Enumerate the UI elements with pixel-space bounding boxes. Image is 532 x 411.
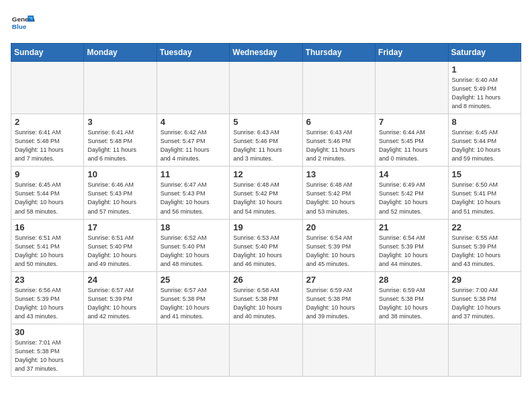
calendar-day-cell: 22Sunrise: 6:55 AMSunset: 5:39 PMDayligh… (448, 219, 521, 271)
day-number: 19 (233, 222, 298, 232)
day-info: Sunrise: 6:50 AMSunset: 5:41 PMDaylight:… (452, 181, 517, 216)
calendar-day-cell (375, 62, 448, 114)
calendar-day-cell: 9Sunrise: 6:45 AMSunset: 5:44 PMDaylight… (11, 167, 84, 219)
day-number: 26 (233, 275, 298, 285)
calendar-day-cell: 4Sunrise: 6:42 AMSunset: 5:47 PMDaylight… (157, 114, 229, 167)
calendar-day-cell: 12Sunrise: 6:48 AMSunset: 5:42 PMDayligh… (230, 167, 302, 219)
day-info: Sunrise: 7:01 AMSunset: 5:38 PMDaylight:… (15, 338, 80, 373)
weekday-header: Friday (375, 44, 448, 62)
logo-icon: General Blue (11, 11, 35, 35)
calendar-day-cell: 13Sunrise: 6:48 AMSunset: 5:42 PMDayligh… (302, 167, 375, 219)
weekday-header-row: SundayMondayTuesdayWednesdayThursdayFrid… (11, 44, 521, 62)
calendar-day-cell (84, 324, 157, 376)
day-info: Sunrise: 6:42 AMSunset: 5:47 PMDaylight:… (161, 128, 226, 163)
day-info: Sunrise: 6:45 AMSunset: 5:44 PMDaylight:… (15, 181, 80, 216)
day-number: 8 (452, 117, 517, 127)
day-number: 21 (379, 222, 444, 232)
day-number: 10 (87, 169, 152, 179)
day-number: 18 (161, 222, 226, 232)
calendar-day-cell: 15Sunrise: 6:50 AMSunset: 5:41 PMDayligh… (448, 167, 521, 219)
page-header: General Blue (11, 11, 521, 35)
calendar-week-row: 23Sunrise: 6:56 AMSunset: 5:39 PMDayligh… (11, 271, 521, 324)
day-info: Sunrise: 6:41 AMSunset: 5:48 PMDaylight:… (87, 128, 152, 163)
calendar-day-cell (11, 62, 84, 114)
calendar-week-row: 30Sunrise: 7:01 AMSunset: 5:38 PMDayligh… (11, 324, 521, 376)
calendar-day-cell: 25Sunrise: 6:57 AMSunset: 5:38 PMDayligh… (157, 271, 229, 324)
day-info: Sunrise: 6:55 AMSunset: 5:39 PMDaylight:… (452, 234, 517, 269)
weekday-header: Tuesday (157, 44, 229, 62)
day-info: Sunrise: 6:44 AMSunset: 5:45 PMDaylight:… (379, 128, 444, 163)
day-number: 12 (233, 169, 298, 179)
day-number: 20 (306, 222, 371, 232)
calendar-day-cell: 8Sunrise: 6:45 AMSunset: 5:44 PMDaylight… (448, 114, 521, 167)
day-info: Sunrise: 6:51 AMSunset: 5:40 PMDaylight:… (87, 234, 152, 269)
day-info: Sunrise: 6:48 AMSunset: 5:42 PMDaylight:… (306, 181, 371, 216)
calendar-day-cell: 17Sunrise: 6:51 AMSunset: 5:40 PMDayligh… (84, 219, 157, 271)
calendar-day-cell (84, 62, 157, 114)
day-number: 27 (306, 275, 371, 285)
day-number: 29 (452, 275, 517, 285)
day-number: 5 (233, 117, 298, 127)
day-info: Sunrise: 6:49 AMSunset: 5:42 PMDaylight:… (379, 181, 444, 216)
day-number: 24 (87, 275, 152, 285)
day-number: 16 (15, 222, 80, 232)
calendar-day-cell: 26Sunrise: 6:58 AMSunset: 5:38 PMDayligh… (230, 271, 302, 324)
day-info: Sunrise: 6:46 AMSunset: 5:43 PMDaylight:… (87, 181, 152, 216)
calendar-day-cell: 19Sunrise: 6:53 AMSunset: 5:40 PMDayligh… (230, 219, 302, 271)
day-number: 2 (15, 117, 80, 127)
logo: General Blue (11, 11, 35, 35)
calendar-day-cell: 5Sunrise: 6:43 AMSunset: 5:46 PMDaylight… (230, 114, 302, 167)
day-number: 25 (161, 275, 226, 285)
day-number: 22 (452, 222, 517, 232)
calendar-day-cell: 10Sunrise: 6:46 AMSunset: 5:43 PMDayligh… (84, 167, 157, 219)
calendar-day-cell (375, 324, 448, 376)
calendar-day-cell (157, 62, 229, 114)
calendar-week-row: 9Sunrise: 6:45 AMSunset: 5:44 PMDaylight… (11, 167, 521, 219)
calendar-day-cell: 21Sunrise: 6:54 AMSunset: 5:39 PMDayligh… (375, 219, 448, 271)
calendar-day-cell (157, 324, 229, 376)
day-number: 28 (379, 275, 444, 285)
day-info: Sunrise: 6:58 AMSunset: 5:38 PMDaylight:… (233, 286, 298, 321)
day-info: Sunrise: 6:54 AMSunset: 5:39 PMDaylight:… (379, 234, 444, 269)
calendar-day-cell: 20Sunrise: 6:54 AMSunset: 5:39 PMDayligh… (302, 219, 375, 271)
day-info: Sunrise: 6:41 AMSunset: 5:48 PMDaylight:… (15, 128, 80, 163)
calendar-week-row: 1Sunrise: 6:40 AMSunset: 5:49 PMDaylight… (11, 62, 521, 114)
day-info: Sunrise: 6:57 AMSunset: 5:39 PMDaylight:… (87, 286, 152, 321)
calendar-day-cell (448, 324, 521, 376)
calendar-day-cell (230, 62, 302, 114)
day-number: 11 (161, 169, 226, 179)
weekday-header: Monday (84, 44, 157, 62)
calendar-day-cell (302, 62, 375, 114)
calendar-table: SundayMondayTuesdayWednesdayThursdayFrid… (11, 43, 521, 377)
day-info: Sunrise: 6:52 AMSunset: 5:40 PMDaylight:… (161, 234, 226, 269)
calendar-day-cell (230, 324, 302, 376)
day-number: 6 (306, 117, 371, 127)
calendar-day-cell: 29Sunrise: 7:00 AMSunset: 5:38 PMDayligh… (448, 271, 521, 324)
calendar-day-cell: 6Sunrise: 6:43 AMSunset: 5:46 PMDaylight… (302, 114, 375, 167)
day-number: 14 (379, 169, 444, 179)
day-info: Sunrise: 6:48 AMSunset: 5:42 PMDaylight:… (233, 181, 298, 216)
calendar-week-row: 2Sunrise: 6:41 AMSunset: 5:48 PMDaylight… (11, 114, 521, 167)
day-info: Sunrise: 6:45 AMSunset: 5:44 PMDaylight:… (452, 128, 517, 163)
calendar-week-row: 16Sunrise: 6:51 AMSunset: 5:41 PMDayligh… (11, 219, 521, 271)
day-info: Sunrise: 6:40 AMSunset: 5:49 PMDaylight:… (452, 76, 517, 111)
day-info: Sunrise: 6:54 AMSunset: 5:39 PMDaylight:… (306, 234, 371, 269)
day-number: 1 (452, 64, 517, 75)
day-info: Sunrise: 6:57 AMSunset: 5:38 PMDaylight:… (161, 286, 226, 321)
calendar-day-cell: 16Sunrise: 6:51 AMSunset: 5:41 PMDayligh… (11, 219, 84, 271)
day-number: 30 (15, 327, 80, 337)
day-info: Sunrise: 6:47 AMSunset: 5:43 PMDaylight:… (161, 181, 226, 216)
day-info: Sunrise: 6:59 AMSunset: 5:38 PMDaylight:… (306, 286, 371, 321)
calendar-day-cell: 14Sunrise: 6:49 AMSunset: 5:42 PMDayligh… (375, 167, 448, 219)
calendar-day-cell: 1Sunrise: 6:40 AMSunset: 5:49 PMDaylight… (448, 62, 521, 114)
day-number: 13 (306, 169, 371, 179)
calendar-day-cell: 30Sunrise: 7:01 AMSunset: 5:38 PMDayligh… (11, 324, 84, 376)
day-info: Sunrise: 6:43 AMSunset: 5:46 PMDaylight:… (306, 128, 371, 163)
weekday-header: Saturday (448, 44, 521, 62)
day-number: 15 (452, 169, 517, 179)
day-number: 23 (15, 275, 80, 285)
calendar-day-cell (302, 324, 375, 376)
calendar-day-cell: 11Sunrise: 6:47 AMSunset: 5:43 PMDayligh… (157, 167, 229, 219)
day-info: Sunrise: 6:43 AMSunset: 5:46 PMDaylight:… (233, 128, 298, 163)
day-number: 4 (161, 117, 226, 127)
